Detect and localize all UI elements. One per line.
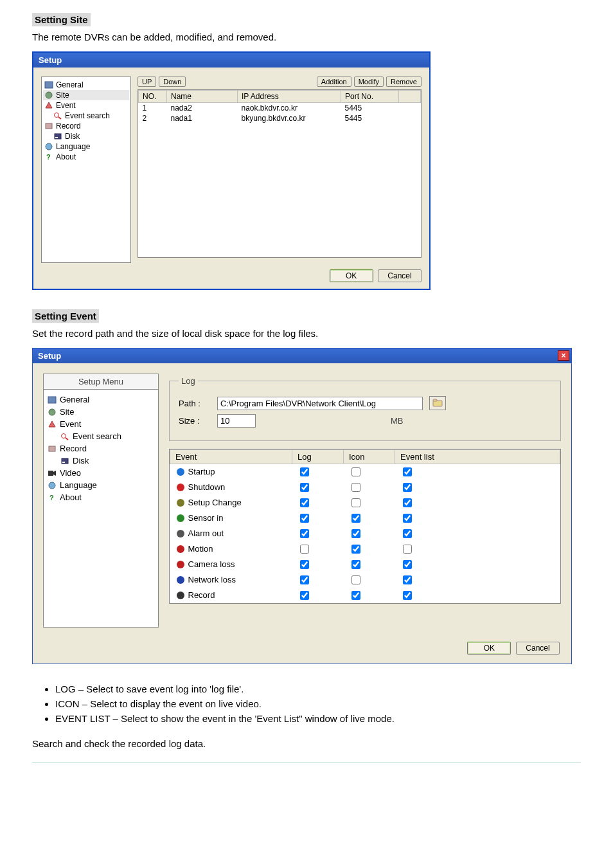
- checkbox-log[interactable]: [300, 591, 309, 600]
- svg-rect-4: [46, 123, 52, 129]
- event-name-cell: Camera loss: [170, 557, 292, 572]
- modify-button[interactable]: Modify: [354, 77, 384, 87]
- svg-point-2: [55, 113, 59, 118]
- checkbox-icon[interactable]: [351, 545, 360, 554]
- tree-language[interactable]: Language: [56, 142, 90, 151]
- table-row: Sensor in: [170, 511, 560, 526]
- col-eventlist[interactable]: Event list: [395, 450, 560, 464]
- checkbox-list[interactable]: [403, 591, 412, 600]
- ok-button[interactable]: OK: [330, 269, 373, 282]
- checkbox-list[interactable]: [403, 483, 412, 492]
- about-icon: ?: [44, 153, 53, 161]
- close-icon[interactable]: ×: [558, 350, 569, 361]
- col-name[interactable]: Name: [167, 91, 238, 103]
- checkbox-list[interactable]: [403, 529, 412, 538]
- tree-general[interactable]: General: [56, 80, 84, 89]
- setup-tree[interactable]: General Site Event Event search Record D…: [41, 77, 131, 263]
- tree-language[interactable]: Language: [60, 480, 97, 490]
- video-icon: [48, 469, 57, 477]
- checkbox-list[interactable]: [403, 498, 412, 507]
- event-search-icon: [53, 112, 62, 120]
- checkbox-log[interactable]: [300, 483, 309, 492]
- remove-button[interactable]: Remove: [386, 77, 422, 87]
- event-name: Camera loss: [188, 559, 235, 569]
- heading-setting-event: Setting Event: [32, 309, 99, 323]
- col-blank: [399, 91, 421, 103]
- event-name: Shutdown: [188, 482, 226, 492]
- checkbox-log[interactable]: [300, 575, 309, 584]
- table-row[interactable]: 1nada2naok.bkdvr.co.kr5445: [139, 103, 421, 114]
- tree-about[interactable]: About: [60, 493, 82, 502]
- checkbox-icon[interactable]: [351, 575, 360, 584]
- down-button[interactable]: Down: [159, 77, 186, 87]
- svg-rect-20: [433, 399, 437, 401]
- checkbox-list[interactable]: [403, 467, 412, 476]
- checkbox-log[interactable]: [300, 467, 309, 476]
- checkbox-log[interactable]: [300, 498, 309, 507]
- tree-site[interactable]: Site: [56, 91, 69, 100]
- col-log[interactable]: Log: [292, 450, 344, 464]
- record-icon: [44, 122, 53, 130]
- log-group: Log Path : Size : MB: [169, 376, 561, 441]
- checkbox-icon[interactable]: [351, 514, 360, 523]
- tree-event[interactable]: Event: [56, 101, 76, 110]
- checkbox-icon[interactable]: [351, 591, 360, 600]
- col-event[interactable]: Event: [170, 450, 292, 464]
- svg-point-28: [177, 576, 184, 584]
- event-type-icon: [175, 513, 186, 523]
- size-input[interactable]: [217, 414, 256, 428]
- col-icon[interactable]: Icon: [344, 450, 395, 464]
- tree-event-search[interactable]: Event search: [65, 111, 110, 120]
- paragraph-site: The remote DVRs can be added, modified, …: [32, 32, 581, 42]
- setup-dialog-site: Setup General Site Event Event search Re…: [32, 51, 431, 290]
- addition-button[interactable]: Addition: [317, 77, 351, 87]
- event-name-cell: Startup: [170, 464, 292, 480]
- event-type-icon: [175, 467, 186, 477]
- checkbox-icon[interactable]: [351, 483, 360, 492]
- checkbox-log[interactable]: [300, 529, 309, 538]
- tree-site[interactable]: Site: [60, 407, 74, 417]
- checkbox-icon[interactable]: [351, 529, 360, 538]
- tree-video[interactable]: Video: [60, 468, 81, 478]
- event-name-cell: Sensor in: [170, 511, 292, 526]
- path-input[interactable]: [217, 397, 423, 410]
- event-search-icon: [60, 433, 69, 440]
- tree-about[interactable]: About: [56, 152, 76, 161]
- checkbox-log[interactable]: [300, 545, 309, 554]
- setup-tree[interactable]: General Site Event Event search Record D…: [43, 390, 159, 628]
- checkbox-log[interactable]: [300, 514, 309, 523]
- paragraph-event: Set the record path and the size of loca…: [32, 328, 581, 339]
- cancel-button[interactable]: Cancel: [516, 642, 560, 655]
- col-port[interactable]: Port No.: [341, 91, 399, 103]
- tree-disk[interactable]: Disk: [73, 456, 89, 466]
- tree-record[interactable]: Record: [56, 122, 81, 131]
- ok-button[interactable]: OK: [467, 642, 511, 655]
- browse-button[interactable]: [429, 396, 446, 410]
- checkbox-list[interactable]: [403, 514, 412, 523]
- language-icon: [44, 143, 53, 150]
- table-row[interactable]: 2nada1bkyung.bkdvr.co.kr5445: [139, 113, 421, 123]
- checkbox-list[interactable]: [403, 545, 412, 554]
- cancel-button[interactable]: Cancel: [378, 269, 422, 282]
- tree-record[interactable]: Record: [60, 444, 87, 453]
- col-no[interactable]: NO.: [139, 91, 167, 103]
- tree-event-search[interactable]: Event search: [73, 431, 121, 441]
- checkbox-icon[interactable]: [351, 560, 360, 569]
- checkbox-list[interactable]: [403, 575, 412, 584]
- tree-disk[interactable]: Disk: [65, 132, 80, 141]
- checkbox-icon[interactable]: [351, 467, 360, 476]
- tree-event[interactable]: Event: [60, 419, 81, 429]
- checkbox-icon[interactable]: [351, 498, 360, 507]
- bullet-eventlist: EVENT LIST – Select to show the event in…: [55, 713, 581, 724]
- site-icon: [44, 91, 53, 99]
- event-grid: Event Log Icon Event list StartupShutdow…: [169, 449, 561, 604]
- checkbox-log[interactable]: [300, 560, 309, 569]
- checkbox-list[interactable]: [403, 560, 412, 569]
- cell-port: 5445: [341, 103, 399, 114]
- col-ip[interactable]: IP Address: [238, 91, 341, 103]
- bullet-icon: ICON – Select to display the event on li…: [55, 698, 581, 709]
- cell-port: 5445: [341, 113, 399, 123]
- sites-grid[interactable]: NO. Name IP Address Port No. 1nada2naok.…: [138, 89, 422, 258]
- up-button[interactable]: UP: [138, 77, 156, 87]
- tree-general[interactable]: General: [60, 395, 89, 404]
